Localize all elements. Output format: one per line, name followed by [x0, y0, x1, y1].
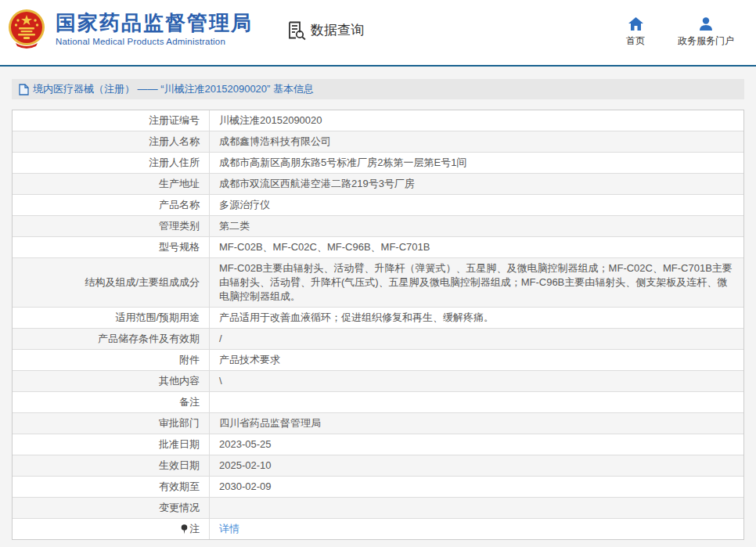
detail-link[interactable]: 详情	[219, 522, 239, 536]
row-value	[210, 392, 743, 412]
site-subtitle: National Medical Products Administration	[56, 37, 253, 46]
row-value: 多源治疗仪	[210, 195, 743, 215]
table-row: 注册人名称成都鑫博浩科技有限公司	[13, 131, 743, 153]
site-title: 国家药品监督管理局	[56, 11, 253, 34]
logo-text-block[interactable]: 国家药品监督管理局 National Medical Products Admi…	[56, 9, 253, 46]
table-row: 结构及组成/主要组成成分MF-C02B主要由辐射头、活动臂、升降杆（弹簧式）、五…	[13, 258, 743, 308]
table-row: 产品储存条件及有效期/	[13, 329, 743, 350]
data-query-section[interactable]: 数据查询	[286, 20, 364, 41]
row-label: 其他内容	[13, 371, 210, 391]
data-query-label: 数据查询	[311, 21, 364, 39]
national-emblem-logo[interactable]	[8, 9, 45, 49]
row-value: 第二类	[210, 216, 743, 236]
row-value: 产品适用于改善血液循环；促进组织修复和再生、缓解疼痛。	[210, 308, 743, 328]
user-icon	[699, 17, 713, 31]
row-label: 备注	[13, 392, 210, 412]
nav-label-gov-portal: 政务服务门户	[678, 34, 734, 48]
row-value: 2030-02-09	[210, 477, 743, 497]
row-value: 2023-05-25	[210, 434, 743, 455]
row-label: 变更情况	[13, 498, 210, 518]
table-row: 适用范围/预期用途产品适用于改善血液循环；促进组织修复和再生、缓解疼痛。	[13, 308, 743, 329]
row-label: 结构及组成/主要组成成分	[13, 258, 210, 307]
row-label: 注	[13, 519, 210, 539]
table-row: 注详情	[13, 519, 743, 539]
nav-item-home[interactable]: 首页	[626, 17, 645, 48]
header-nav: 首页 政务服务门户	[593, 17, 734, 48]
row-value: 2025-02-10	[210, 455, 743, 476]
row-label: 生产地址	[13, 174, 210, 194]
table-row: 附件产品技术要求	[13, 350, 743, 371]
row-label: 有效期至	[13, 477, 210, 497]
row-value: MF-C02B主要由辐射头、活动臂、升降杆（弹簧式）、五星脚、及微电脑控制器组成…	[210, 258, 743, 307]
row-value: /	[210, 329, 743, 349]
document-search-icon	[286, 20, 307, 41]
site-header: 国家药品监督管理局 National Medical Products Admi…	[0, 0, 756, 67]
table-row: 变更情况	[13, 498, 743, 519]
row-value: 详情	[210, 519, 743, 539]
row-value: MF-C02B、MF-C02C、MF-C96B、MF-C701B	[210, 237, 743, 257]
table-row: 型号规格MF-C02B、MF-C02C、MF-C96B、MF-C701B	[13, 237, 743, 258]
breadcrumb-text: 境内医疗器械（注册） —— “川械注准20152090020” 基本信息	[33, 82, 314, 96]
row-value: 产品技术要求	[210, 350, 743, 370]
row-label: 注册人名称	[13, 131, 210, 152]
document-icon	[19, 84, 29, 95]
row-value: 成都市高新区高朋东路5号标准厂房2栋第一层第E号1间	[210, 153, 743, 173]
home-icon	[628, 17, 643, 31]
nav-item-gov-portal[interactable]: 政务服务门户	[678, 17, 734, 48]
row-value: 成都鑫博浩科技有限公司	[210, 131, 743, 152]
table-row: 生产地址成都市双流区西航港空港二路219号3号厂房	[13, 174, 743, 195]
table-row: 备注	[13, 392, 743, 413]
row-value	[210, 498, 743, 518]
table-row: 产品名称多源治疗仪	[13, 195, 743, 216]
row-label: 适用范围/预期用途	[13, 308, 210, 328]
table-row: 注册证编号川械注准20152090020	[13, 110, 743, 131]
table-row: 有效期至2030-02-09	[13, 477, 743, 498]
row-label: 产品名称	[13, 195, 210, 215]
row-value: 四川省药品监督管理局	[210, 413, 743, 434]
table-row: 生效日期2025-02-10	[13, 455, 743, 477]
pin-icon	[181, 524, 188, 534]
row-label: 审批部门	[13, 413, 210, 434]
table-row: 批准日期2023-05-25	[13, 434, 743, 455]
table-row: 管理类别第二类	[13, 216, 743, 237]
row-label: 附件	[13, 350, 210, 370]
row-label: 批准日期	[13, 434, 210, 455]
row-label: 生效日期	[13, 455, 210, 476]
row-value: \	[210, 371, 743, 391]
table-row: 其他内容\	[13, 371, 743, 392]
row-label: 注册人住所	[13, 153, 210, 173]
row-value: 川械注准20152090020	[210, 110, 743, 131]
row-label: 注册证编号	[13, 110, 210, 131]
breadcrumb: 境内医疗器械（注册） —— “川械注准20152090020” 基本信息	[12, 79, 744, 99]
row-value: 成都市双流区西航港空港二路219号3号厂房	[210, 174, 743, 194]
nav-label-home: 首页	[626, 34, 645, 48]
row-label: 管理类别	[13, 216, 210, 236]
row-label: 产品储存条件及有效期	[13, 329, 210, 349]
row-label: 型号规格	[13, 237, 210, 257]
national-emblem-icon	[8, 9, 45, 49]
info-table: 注册证编号川械注准20152090020注册人名称成都鑫博浩科技有限公司注册人住…	[12, 110, 744, 540]
table-row: 注册人住所成都市高新区高朋东路5号标准厂房2栋第一层第E号1间	[13, 153, 743, 174]
table-row: 审批部门四川省药品监督管理局	[13, 413, 743, 434]
